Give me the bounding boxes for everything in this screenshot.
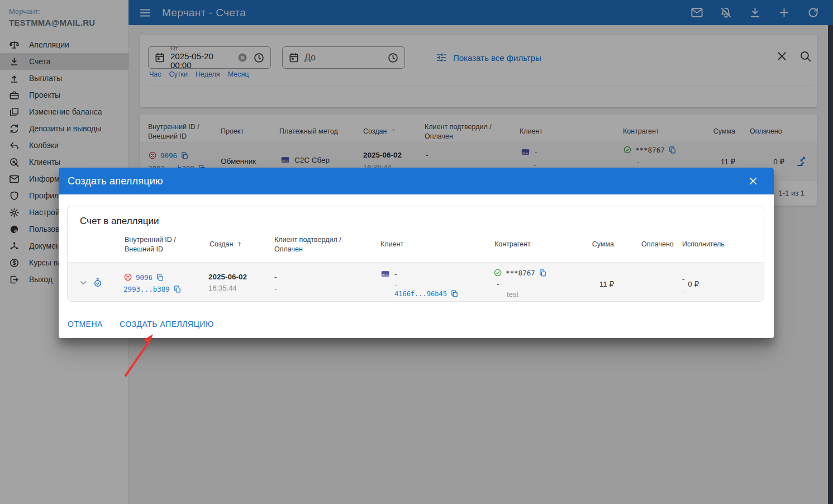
check-circle-icon [493, 268, 502, 277]
modal-column-counterparty: Контрагент [494, 240, 531, 249]
paid-cell: 0 ₽ [660, 279, 699, 288]
amount-cell: 11 ₽ [575, 279, 614, 288]
modal-column-created[interactable]: Создан [210, 240, 243, 249]
executor-sub: - [682, 287, 685, 296]
timer-icon [93, 278, 103, 288]
executor-cell: - [682, 275, 685, 283]
client-sub: - [394, 281, 397, 289]
external-id: 2993...b389 [123, 285, 170, 293]
close-icon[interactable] [748, 175, 759, 187]
modal-column-paid: Оплачено [641, 240, 674, 249]
modal-column-amount: Сумма [580, 240, 614, 249]
cancel-button[interactable]: ОТМЕНА [68, 320, 103, 329]
copy-icon[interactable] [156, 273, 164, 282]
client-id-cell: 4166f...96b45 [394, 289, 459, 298]
copy-icon[interactable] [450, 289, 459, 298]
chevron-down-icon[interactable] [78, 278, 88, 288]
client-cell: - [379, 269, 397, 278]
created-date: 2025-06-02 [208, 273, 247, 281]
counterparty-cell: ***8767 [493, 268, 547, 277]
create-appeal-button[interactable]: СОЗДАТЬ АПЕЛЛЯЦИЮ [120, 320, 214, 329]
scrollbar[interactable] [828, 25, 833, 504]
modal-header: Создать апелляцию [59, 168, 774, 194]
invoice-id-cell: 9096 [123, 273, 164, 282]
modal-table-row[interactable]: 9096 2993...b389 2025-06-02 16:35:44 - -… [68, 262, 764, 302]
counterparty-name: test [507, 290, 518, 298]
cancel-status-icon [123, 273, 132, 282]
create-appeal-modal: Создать апелляцию Счет в апелляции Внутр… [59, 168, 774, 338]
appeal-invoice-card: Счет в апелляции Внутренний ID /Внешний … [67, 206, 764, 302]
created-time: 16:35:44 [208, 284, 237, 292]
modal-footer: ОТМЕНА СОЗДАТЬ АПЕЛЛЯЦИЮ [59, 317, 214, 331]
copy-icon[interactable] [173, 285, 182, 293]
annotation-arrow [120, 331, 159, 379]
copy-icon[interactable] [539, 269, 547, 277]
paid-status-cell: - [274, 285, 277, 293]
sort-up-icon [236, 240, 243, 248]
modal-column-executor: Исполнитель [682, 240, 725, 249]
modal-column-client: Клиент [380, 240, 403, 249]
card-icon [379, 269, 391, 278]
external-id-cell: 2993...b389 [123, 285, 182, 293]
modal-column-confirmed: Клиент подтвердил /Оплачен [274, 235, 341, 254]
internal-id: 9096 [136, 273, 153, 282]
section-title: Счет в апелляции [80, 216, 159, 227]
counterparty-sub: - [497, 280, 499, 288]
confirmed-cell: - [274, 273, 277, 281]
modal-title: Создать апелляцию [68, 175, 163, 187]
modal-column-id: Внутренний ID /Внешний ID [125, 235, 176, 254]
